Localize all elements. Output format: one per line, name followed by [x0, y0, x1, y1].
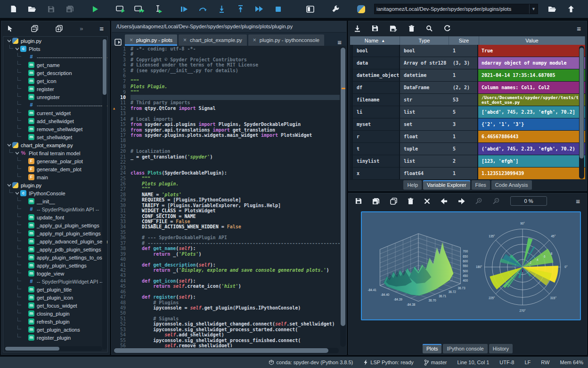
outline-item[interactable]: #-- SpyderPluginWidget API -- — [3, 277, 107, 285]
variable-row[interactable]: filenamestr53/Users/Documents/spyder/spy… — [350, 94, 585, 106]
variable-name[interactable]: li — [353, 106, 400, 118]
close-tab-icon[interactable]: × — [183, 37, 187, 43]
code-line[interactable]: 55 ipyconsole.sig_shellwidget_process_fi… — [112, 338, 340, 343]
line-number[interactable]: 8 — [112, 84, 131, 89]
outline-vertical-scrollbar[interactable] — [102, 38, 107, 350]
outline-item[interactable]: mregister_plugin — [3, 334, 107, 342]
plots-options-menu-icon[interactable]: ≡ — [576, 198, 580, 205]
outline-item[interactable]: mremove_shellwidget — [3, 125, 107, 133]
variable-value[interactable]: 1.1235123099439 — [478, 167, 585, 179]
code-line[interactable]: 48 # Plugins — [112, 300, 340, 305]
outline-item[interactable]: mapply_plugin_settings_to_os — [3, 253, 107, 261]
save-button[interactable] — [41, 2, 60, 16]
line-number[interactable]: 45 — [112, 284, 131, 289]
variable-value[interactable]: Column names: Col1, Col2 — [478, 82, 585, 93]
variable-row[interactable]: dfDataFrame(2, 2)Column names: Col1, Col… — [350, 82, 585, 94]
line-number[interactable]: 7 — [112, 79, 131, 84]
code-line[interactable]: 22 — [112, 159, 340, 165]
line-number[interactable]: 25 — [112, 176, 131, 181]
code-line[interactable]: 6 — [112, 73, 340, 78]
variable-value[interactable]: True — [478, 45, 585, 57]
line-number[interactable]: 30 — [112, 203, 131, 208]
outline-item[interactable]: %Plot final terrain model — [3, 149, 107, 157]
variable-explorer-options-menu-icon[interactable]: ≡ — [577, 25, 581, 32]
code-line[interactable]: 24class Plots(SpyderDockablePlugin): — [112, 170, 340, 176]
code-line[interactable]: 27 """ — [112, 186, 340, 192]
line-number[interactable]: 52 — [112, 321, 131, 326]
editor-tab[interactable]: ×plugin.py - ipythonconsole — [248, 34, 324, 46]
code-line[interactable]: 4# Licensed under the terms of the MIT L… — [112, 62, 340, 67]
column-header-size[interactable]: Size — [449, 36, 479, 45]
new-file-button[interactable] — [4, 2, 23, 16]
variable-row[interactable]: lilist5['abcd', 745, 2.23, 'efgh', 70.2] — [350, 106, 585, 118]
debug-file-button[interactable] — [174, 2, 193, 16]
code-line[interactable]: 18 — [112, 138, 340, 143]
code-line[interactable]: 20# Localization — [112, 149, 340, 154]
code-line[interactable]: 30 TABIFY = [Plugins.VariableExplorer, P… — [112, 203, 340, 208]
tab-help[interactable]: Help — [403, 180, 422, 190]
line-number[interactable]: 34 — [112, 224, 131, 229]
line-number[interactable]: 11 — [112, 100, 131, 105]
line-number[interactable]: 44 — [112, 278, 131, 284]
expand-all-icon[interactable] — [56, 25, 63, 32]
restore-original-icon[interactable]: » — [80, 25, 82, 32]
outline-item[interactable]: plugin.py — [3, 181, 107, 189]
line-number[interactable]: 37 — [112, 241, 131, 246]
close-tab-icon[interactable]: × — [130, 37, 133, 43]
code-line[interactable]: 10 — [112, 95, 340, 100]
line-number[interactable]: 10 — [112, 95, 131, 100]
tab-variable-explorer[interactable]: Variable Explorer — [423, 180, 470, 190]
variable-value[interactable]: 2021-04-14 17:35:14.687085 — [478, 69, 585, 81]
line-number[interactable]: 13 — [112, 111, 131, 116]
variable-name[interactable]: t — [353, 143, 400, 155]
variable-value[interactable]: 6.46567886443 — [478, 131, 585, 142]
run-file-button[interactable] — [86, 2, 105, 16]
line-number[interactable]: 32 — [112, 214, 131, 219]
editor-tab[interactable]: ×plugin.py - plots — [125, 34, 177, 46]
outline-item[interactable]: Fmain — [3, 173, 107, 181]
save-plot-icon[interactable] — [355, 198, 362, 204]
outline-item[interactable]: mget_plugin_actions — [3, 326, 107, 334]
chevron-down-icon[interactable] — [15, 47, 19, 51]
line-number[interactable]: 36 — [112, 235, 131, 240]
chevron-down-icon[interactable] — [7, 39, 11, 43]
variable-name[interactable]: bool — [353, 45, 400, 57]
variable-row[interactable]: boolbool1True — [350, 45, 585, 57]
variable-row[interactable]: mysetset3{'2', '1', '3'} — [350, 118, 585, 131]
chevron-down-icon[interactable] — [15, 191, 19, 195]
code-line[interactable]: 31 WIDGET_CLASS = PlotsWidget — [112, 208, 340, 213]
editor-options-menu-icon[interactable]: ≡ — [337, 39, 342, 46]
line-number[interactable]: 40 — [112, 257, 131, 262]
debug-step-out-button[interactable] — [231, 2, 250, 16]
code-line[interactable]: 8Plots Plugin. — [112, 84, 340, 89]
line-number[interactable]: 17 — [112, 133, 131, 138]
line-number[interactable]: 23 — [112, 165, 131, 170]
line-number[interactable]: 15 — [112, 122, 131, 127]
code-line[interactable]: 5# (see spyder/__init__.py for details) — [112, 68, 340, 73]
code-line[interactable]: 32 CONF_SECTION = NAME — [112, 214, 340, 219]
outline-item[interactable]: m_apply_advanced_plugin_settings — [3, 237, 107, 245]
line-number[interactable]: 35 — [112, 230, 131, 235]
code-line[interactable]: 35 — [112, 230, 340, 235]
line-number[interactable]: 55 — [112, 338, 131, 343]
code-line[interactable]: 56 self.remove_shellwidget) — [112, 343, 340, 347]
code-line[interactable]: 28 NAME = 'plots' — [112, 192, 340, 197]
editor-tab[interactable]: ×chart_plot_example.py — [179, 34, 247, 46]
line-number[interactable]: 16 — [112, 127, 131, 133]
line-number[interactable]: 48 — [112, 300, 131, 305]
outline-item[interactable]: mset_shellwidget — [3, 133, 107, 141]
line-number[interactable]: 28 — [112, 192, 131, 197]
outline-item[interactable]: mrefresh_plugin — [3, 318, 107, 326]
outline-item[interactable]: mapply_plugin_settings — [3, 261, 107, 269]
outline-item[interactable]: mtoggle_view — [3, 269, 107, 277]
code-line[interactable]: 12▲from qtpy.QtCore import Signal — [112, 106, 340, 111]
line-number[interactable]: 9 — [112, 90, 131, 95]
code-line[interactable]: 52 ipyconsole.sig_shellwidget_changed.co… — [112, 321, 340, 326]
code-line[interactable]: 50 — [112, 310, 340, 316]
close-tab-icon[interactable]: × — [253, 37, 256, 43]
tab-ipython-console[interactable]: IPython console — [443, 344, 487, 353]
variable-value[interactable]: ndarray object of numpy module — [478, 57, 585, 69]
dropdown-caret-icon[interactable]: ▼ — [529, 4, 536, 14]
outline-item[interactable]: mget_icon — [3, 77, 107, 85]
variable-value[interactable]: ('abcd', 745, 2.23, 'efgh', 70.2) — [478, 143, 585, 155]
